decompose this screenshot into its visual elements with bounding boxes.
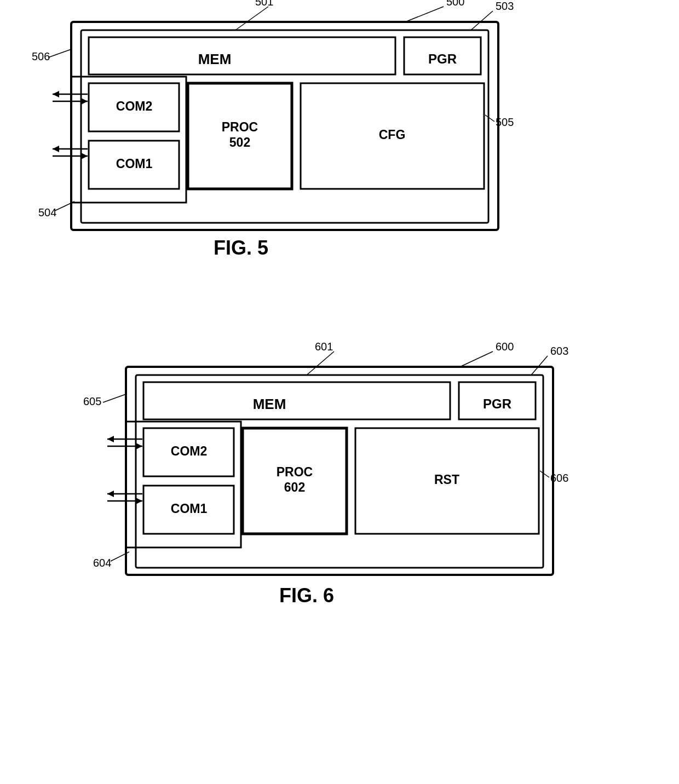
svg-text:MEM: MEM <box>253 396 286 412</box>
fig5-diagram: MEM PGR COM2 COM1 PROC 502 CFG <box>0 0 679 372</box>
svg-text:504: 504 <box>38 206 56 218</box>
svg-text:506: 506 <box>32 50 50 62</box>
svg-marker-57 <box>107 491 114 497</box>
svg-text:FIG. 6: FIG. 6 <box>279 584 334 607</box>
svg-text:MEM: MEM <box>198 51 232 67</box>
svg-text:604: 604 <box>93 557 111 569</box>
svg-text:603: 603 <box>550 345 568 357</box>
svg-line-61 <box>460 351 493 367</box>
svg-marker-20 <box>53 146 59 152</box>
svg-text:CFG: CFG <box>379 128 406 142</box>
page: MEM PGR COM2 COM1 PROC 502 CFG <box>0 0 679 784</box>
svg-text:PROC: PROC <box>277 465 313 479</box>
svg-line-68 <box>103 394 126 402</box>
svg-text:601: 601 <box>315 341 333 353</box>
svg-text:PGR: PGR <box>428 51 457 66</box>
svg-text:COM1: COM1 <box>171 501 208 516</box>
svg-line-31 <box>48 49 71 57</box>
svg-marker-16 <box>53 91 59 97</box>
svg-text:PGR: PGR <box>483 396 511 411</box>
svg-text:605: 605 <box>83 395 101 407</box>
svg-rect-2 <box>89 37 395 74</box>
svg-marker-53 <box>107 436 114 442</box>
svg-text:FIG. 5: FIG. 5 <box>214 237 268 259</box>
svg-text:500: 500 <box>446 0 464 8</box>
svg-text:600: 600 <box>496 341 514 353</box>
fig6-diagram: MEM PGR COM2 COM1 PROC 602 RST 600 <box>0 339 679 777</box>
svg-line-24 <box>405 7 444 22</box>
svg-text:602: 602 <box>284 480 305 494</box>
svg-text:505: 505 <box>496 116 514 128</box>
svg-text:502: 502 <box>229 135 250 149</box>
svg-text:501: 501 <box>255 0 273 8</box>
svg-text:COM2: COM2 <box>116 99 152 113</box>
svg-text:COM2: COM2 <box>171 444 207 458</box>
svg-text:606: 606 <box>550 472 568 484</box>
svg-text:PROC: PROC <box>222 120 258 134</box>
svg-text:503: 503 <box>496 0 514 12</box>
svg-text:COM1: COM1 <box>116 157 153 171</box>
svg-text:RST: RST <box>434 472 459 487</box>
svg-rect-39 <box>143 382 450 419</box>
